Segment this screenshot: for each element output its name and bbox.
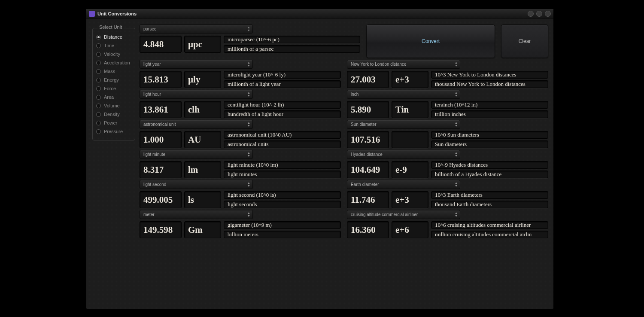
- description-primary: centilight hour (10^-2 lh): [224, 101, 341, 109]
- unit-select[interactable]: light minute▲▼: [140, 150, 253, 159]
- unit-select[interactable]: light year▲▼: [140, 60, 253, 69]
- value-field[interactable]: 104.649: [347, 161, 389, 178]
- symbol-field[interactable]: clh: [184, 101, 221, 118]
- description-secondary: millionth of a parsec: [224, 45, 360, 53]
- description-primary: terainch (10^12 in): [431, 101, 548, 109]
- symbol-field[interactable]: ls: [184, 191, 221, 208]
- description-primary: microparsec (10^-6 pc): [224, 36, 360, 43]
- chevron-updown-icon: ▲▼: [455, 211, 458, 217]
- chevron-updown-icon: ▲▼: [247, 91, 250, 97]
- value-field[interactable]: 13.861: [140, 101, 182, 118]
- unit-block: inch▲▼5.890Tinterainch (10^12 in)trillio…: [347, 90, 548, 118]
- description-primary: 10^3 Earth diameters: [431, 191, 548, 199]
- window-maximize-button[interactable]: [536, 11, 542, 17]
- chevron-updown-icon: ▲▼: [455, 181, 458, 187]
- description-primary: gigameter (10^9 m): [224, 221, 341, 229]
- unit-select[interactable]: Earth diameter▲▼: [347, 180, 460, 189]
- unit-type-acceleration[interactable]: Acceleration: [95, 58, 132, 67]
- unit-type-energy[interactable]: Energy: [95, 76, 132, 84]
- unit-type-pressure[interactable]: Pressure: [95, 127, 132, 136]
- description-secondary: Sun diameters: [431, 140, 548, 148]
- description-secondary: million cruising altitudes commercial ai…: [431, 231, 548, 238]
- radio-icon: [96, 129, 101, 134]
- unit-type-mass[interactable]: Mass: [95, 67, 132, 76]
- chevron-updown-icon: ▲▼: [455, 61, 458, 67]
- unit-select[interactable]: light hour▲▼: [140, 90, 253, 99]
- description-primary: 10^0 Sun diameters: [431, 131, 548, 139]
- convert-button[interactable]: Convert: [366, 24, 495, 58]
- unit-group-label: Select Unit: [97, 24, 124, 30]
- unit-select[interactable]: parsec▲▼: [140, 24, 253, 34]
- unit-block: light second▲▼499.005lslight second (10^…: [140, 180, 341, 208]
- value-field[interactable]: 11.746: [347, 191, 389, 208]
- unit-select[interactable]: Sun diameter▲▼: [347, 120, 460, 129]
- symbol-field[interactable]: AU: [184, 131, 221, 148]
- unit-type-distance[interactable]: Distance: [95, 33, 132, 41]
- unit-select[interactable]: inch▲▼: [347, 90, 460, 99]
- symbol-field[interactable]: e+3: [392, 71, 428, 88]
- radio-icon: [96, 86, 101, 91]
- unit-type-time[interactable]: Time: [95, 41, 132, 50]
- value-field[interactable]: 27.003: [347, 71, 389, 88]
- value-field[interactable]: 5.890: [347, 101, 389, 118]
- chevron-updown-icon: ▲▼: [247, 181, 250, 187]
- titlebar: Unit Conversions: [86, 9, 553, 18]
- chevron-updown-icon: ▲▼: [455, 121, 458, 127]
- value-field[interactable]: 4.848: [140, 36, 182, 53]
- radio-icon: [96, 121, 101, 125]
- description-secondary: billionth of a Hyades distance: [431, 171, 548, 178]
- unit-type-velocity[interactable]: Velocity: [95, 50, 132, 58]
- value-field[interactable]: 8.317: [140, 161, 182, 178]
- unit-select[interactable]: light second▲▼: [140, 180, 253, 189]
- description-secondary: light minutes: [224, 171, 341, 178]
- app-window: Unit Conversions Select Unit DistanceTim…: [86, 9, 554, 309]
- radio-label: Pressure: [104, 129, 123, 134]
- symbol-field[interactable]: µpc: [184, 36, 221, 53]
- unit-type-force[interactable]: Force: [95, 84, 132, 93]
- symbol-field[interactable]: e+3: [392, 191, 428, 208]
- value-field[interactable]: 107.516: [347, 131, 389, 148]
- chevron-updown-icon: ▲▼: [247, 121, 250, 127]
- symbol-field[interactable]: Tin: [392, 101, 428, 118]
- app-icon: [89, 11, 95, 17]
- window-minimize-button[interactable]: [528, 11, 534, 17]
- unit-select[interactable]: Hyades distance▲▼: [347, 150, 460, 159]
- unit-type-volume[interactable]: Volume: [95, 101, 132, 110]
- value-field[interactable]: 499.005: [140, 191, 182, 208]
- symbol-field[interactable]: µly: [184, 71, 221, 88]
- description-secondary: hundredth of a light hour: [224, 110, 341, 118]
- unit-select[interactable]: cruising altitude commercial airliner▲▼: [347, 210, 460, 219]
- unit-block: light year▲▼15.813µlymicrolight year (10…: [140, 60, 341, 88]
- value-field[interactable]: 149.598: [140, 221, 182, 238]
- value-field[interactable]: 1.000: [140, 131, 182, 148]
- symbol-field[interactable]: e-9: [392, 161, 428, 178]
- description-primary: light minute (10^0 lm): [224, 161, 341, 169]
- symbol-field[interactable]: e+6: [392, 221, 428, 238]
- radio-icon: [96, 52, 101, 57]
- symbol-field[interactable]: Gm: [184, 221, 221, 238]
- window-title: Unit Conversions: [97, 11, 137, 16]
- unit-block: New York to London distance▲▼27.003e+310…: [347, 60, 548, 88]
- value-field[interactable]: 15.813: [140, 71, 182, 88]
- unit-type-area[interactable]: Area: [95, 93, 132, 101]
- description-secondary: thousand Earth diameters: [431, 201, 548, 208]
- unit-block: Sun diameter▲▼107.51610^0 Sun diametersS…: [347, 120, 548, 148]
- unit-select[interactable]: New York to London distance▲▼: [347, 60, 460, 69]
- unit-block: light minute▲▼8.317lmlight minute (10^0 …: [140, 150, 341, 178]
- radio-icon: [96, 112, 101, 117]
- value-field[interactable]: 16.360: [347, 221, 389, 238]
- window-close-button[interactable]: [545, 11, 551, 17]
- unit-select[interactable]: astronomical unit▲▼: [140, 120, 253, 129]
- chevron-updown-icon: ▲▼: [247, 61, 250, 67]
- unit-type-density[interactable]: Density: [95, 110, 132, 119]
- clear-button[interactable]: Clear: [501, 24, 548, 58]
- unit-select[interactable]: meter▲▼: [140, 210, 253, 219]
- symbol-field[interactable]: lm: [184, 161, 221, 178]
- main-panel: parsec▲▼4.848µpcmicroparsec (10^-6 pc)mi…: [138, 18, 553, 309]
- symbol-field[interactable]: [392, 131, 428, 148]
- description-secondary: millionth of a light year: [224, 80, 341, 88]
- sidebar: Select Unit DistanceTimeVelocityAccelera…: [86, 18, 138, 309]
- description-primary: light second (10^0 ls): [224, 191, 341, 199]
- unit-type-power[interactable]: Power: [95, 119, 132, 127]
- radio-icon: [96, 35, 101, 40]
